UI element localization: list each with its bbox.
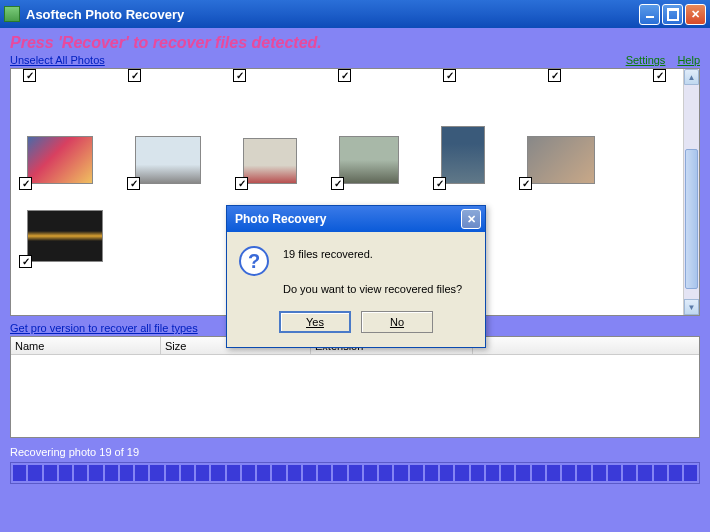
photo-thumbnail [27,210,103,262]
scroll-up-arrow[interactable]: ▲ [684,69,699,85]
progress-segment [364,465,377,481]
progress-segment [516,465,529,481]
progress-segment [623,465,636,481]
confirm-dialog: Photo Recovery ✕ ? 19 files recovered. D… [226,205,486,348]
progress-segment [13,465,26,481]
thumbnail-checkbox[interactable] [127,177,140,190]
header-checkbox[interactable] [653,69,666,82]
progress-segment [211,465,224,481]
progress-segment [28,465,41,481]
settings-link[interactable]: Settings [626,54,666,66]
dialog-message: 19 files recovered. Do you want to view … [283,246,462,299]
thumbnail-item[interactable] [339,136,399,184]
header-checkbox[interactable] [23,69,36,82]
progress-segment [105,465,118,481]
progress-segment [547,465,560,481]
progress-segment [150,465,163,481]
thumbnail-checkbox[interactable] [331,177,344,190]
progress-segment [562,465,575,481]
checkbox-row [19,69,683,86]
progress-bar [10,462,700,484]
thumbnail-item[interactable] [527,136,595,184]
progress-segment [501,465,514,481]
no-button[interactable]: No [361,311,433,333]
header-checkbox[interactable] [128,69,141,82]
progress-segment [455,465,468,481]
dialog-titlebar: Photo Recovery ✕ [227,206,485,232]
progress-segment [227,465,240,481]
header-checkbox[interactable] [233,69,246,82]
window-title: Asoftech Photo Recovery [26,7,637,22]
progress-segment [242,465,255,481]
thumbnail-checkbox[interactable] [519,177,532,190]
maximize-button[interactable] [662,4,683,25]
column-header-blank [473,337,699,354]
progress-segment [608,465,621,481]
photo-thumbnail [243,138,297,184]
progress-segment [318,465,331,481]
minimize-button[interactable] [639,4,660,25]
dialog-line2: Do you want to view recovered files? [283,281,462,299]
progress-segment [440,465,453,481]
thumbnail-item[interactable] [243,138,297,184]
tagline: Press 'Recover' to recover files detecte… [10,34,700,52]
photo-thumbnail [527,136,595,184]
thumbnail-item[interactable] [135,136,201,184]
progress-segment [74,465,87,481]
progress-segment [89,465,102,481]
file-table: Name Size Extension [10,336,700,438]
help-link[interactable]: Help [677,54,700,66]
progress-segment [410,465,423,481]
header-checkbox[interactable] [548,69,561,82]
progress-segment [486,465,499,481]
progress-segment [471,465,484,481]
app-icon [4,6,20,22]
close-button[interactable] [685,4,706,25]
thumbnail-checkbox[interactable] [433,177,446,190]
unselect-all-link[interactable]: Unselect All Photos [10,54,105,66]
thumbnail-item[interactable] [27,136,93,184]
progress-segment [532,465,545,481]
progress-segment [638,465,651,481]
thumbnail-checkbox[interactable] [235,177,248,190]
thumbnail-item[interactable] [441,126,485,184]
photo-thumbnail [27,136,93,184]
progress-segment [333,465,346,481]
column-header-name[interactable]: Name [11,337,161,354]
vertical-scrollbar[interactable]: ▲ ▼ [683,69,699,315]
scroll-thumb[interactable] [685,149,698,289]
progress-segment [577,465,590,481]
top-links-row: Unselect All Photos Settings Help [10,54,700,66]
thumbnail-checkbox[interactable] [19,255,32,268]
photo-thumbnail [339,136,399,184]
thumbnail-item[interactable] [27,210,103,262]
dialog-buttons: Yes No [227,311,485,347]
header-checkbox[interactable] [443,69,456,82]
progress-segment [196,465,209,481]
progress-segment [684,465,697,481]
progress-segment [654,465,667,481]
progress-segment [288,465,301,481]
progress-segment [59,465,72,481]
progress-segment [120,465,133,481]
thumbnail-row-1 [19,86,683,184]
dialog-close-button[interactable]: ✕ [461,209,481,229]
dialog-line1: 19 files recovered. [283,246,462,264]
progress-segment [425,465,438,481]
progress-segment [349,465,362,481]
yes-button[interactable]: Yes [279,311,351,333]
photo-thumbnail [135,136,201,184]
progress-segment [303,465,316,481]
dialog-title: Photo Recovery [231,212,461,226]
dialog-body: ? 19 files recovered. Do you want to vie… [227,232,485,311]
titlebar: Asoftech Photo Recovery [0,0,710,28]
progress-segment [135,465,148,481]
thumbnail-checkbox[interactable] [19,177,32,190]
progress-segment [257,465,270,481]
progress-segment [181,465,194,481]
progress-segment [379,465,392,481]
progress-segment [394,465,407,481]
header-checkbox[interactable] [338,69,351,82]
status-text: Recovering photo 19 of 19 [10,446,700,458]
scroll-down-arrow[interactable]: ▼ [684,299,699,315]
